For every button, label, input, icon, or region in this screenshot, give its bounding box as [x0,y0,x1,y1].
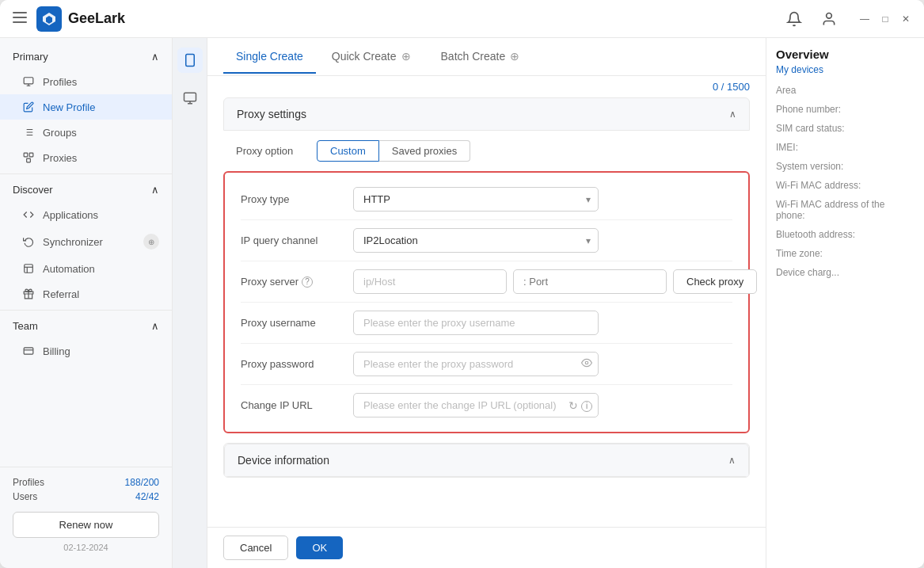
proxy-username-label: Proxy username [241,317,344,329]
maximize-button[interactable]: □ [880,13,891,25]
automation-icon [22,262,35,275]
synchronizer-label: Synchronizer [43,236,103,248]
sidebar-item-new-profile[interactable]: New Profile [0,94,172,120]
tab-single-create-label: Single Create [236,50,303,63]
proxy-tab-saved[interactable]: Saved proxies [379,140,470,162]
proxy-type-select[interactable]: HTTP HTTPS SOCKS5 [353,187,599,212]
sidebar-item-synchronizer[interactable]: Synchronizer ⊕ [0,227,172,256]
proxy-option-label: Proxy option [236,145,307,157]
sidebar-item-billing[interactable]: Billing [0,338,172,364]
proxy-settings-toggle-icon: ∧ [729,109,736,120]
proxy-form-box: Proxy type HTTP HTTPS SOCKS5 ▾ [223,171,750,433]
sidebar: Primary ∧ Profiles [0,38,173,568]
proxy-host-input[interactable] [353,269,507,294]
cancel-button[interactable]: Cancel [223,536,288,560]
proxy-tab-custom[interactable]: Custom [317,140,379,162]
sidebar-toggle-icon[interactable] [13,12,27,26]
sidebar-item-groups[interactable]: Groups [0,120,172,145]
sidebar-divider-1 [0,173,172,174]
proxy-server-help-icon[interactable]: ? [302,276,313,288]
minimize-button[interactable]: — [859,13,870,25]
discover-section-label: Discover [13,184,53,196]
referral-label: Referral [43,288,79,300]
svg-rect-1 [13,17,27,18]
overview-panel: Overview My devices Area Phone number: S… [766,38,924,568]
close-button[interactable]: ✕ [900,13,911,25]
profile-counter: 0 / 1500 [207,76,766,97]
proxy-password-input[interactable] [353,352,599,376]
change-ip-row: Change IP URL ↻ i [225,385,748,425]
sidebar-item-referral[interactable]: Referral [0,281,172,307]
password-eye-icon[interactable] [581,357,592,371]
proxy-settings-section-header[interactable]: Proxy settings ∧ [223,97,750,131]
sidebar-item-proxies[interactable]: Proxies [0,145,172,170]
billing-icon [22,345,35,357]
overview-subtitle[interactable]: My devices [776,64,914,75]
main-layout: Primary ∧ Profiles [0,38,924,568]
ip-query-select[interactable]: IP2Location ipinfo.io ip-api.com [353,228,599,253]
proxy-type-row: Proxy type HTTP HTTPS SOCKS5 ▾ [225,179,748,219]
svg-rect-17 [24,348,33,354]
window-controls: — □ ✕ [859,13,911,25]
sidebar-item-applications[interactable]: Applications [0,202,172,227]
titlebar-actions [783,8,840,30]
overview-field-sim: SIM card status: [776,123,914,134]
users-stat-label: Users [13,491,37,502]
sidebar-item-profiles[interactable]: Profiles [0,69,172,94]
overview-field-imei: IMEI: [776,142,914,153]
proxy-settings-title: Proxy settings [237,108,306,120]
sync-badge: ⊕ [143,234,159,250]
check-proxy-button[interactable]: Check proxy [673,269,757,294]
tab-batch-create-label: Batch Create [441,50,506,63]
proxy-server-inputs: Check proxy [353,269,757,294]
proxy-server-row: Proxy server ? Check proxy [225,261,748,302]
tab-single-create[interactable]: Single Create [223,40,316,74]
overview-wifi-mac-phone-label: Wi-Fi MAC address of the phone: [776,199,914,221]
proxy-option-tabs: Custom Saved proxies [317,140,470,162]
overview-sim-label: SIM card status: [776,123,914,134]
proxy-username-input[interactable] [353,311,599,335]
icon-strip [173,38,207,568]
tab-batch-create[interactable]: Batch Create ⊕ [428,40,534,74]
sidebar-section-discover[interactable]: Discover ∧ [0,177,172,202]
groups-label: Groups [43,127,77,139]
proxy-server-label: Proxy server ? [241,276,344,288]
ok-button[interactable]: OK [296,536,343,559]
ip-query-select-wrapper: IP2Location ipinfo.io ip-api.com ▾ [353,228,599,253]
applications-icon [22,208,35,221]
device-info-header[interactable]: Device information ∧ [224,444,749,477]
strip-monitor-icon[interactable] [177,86,203,111]
strip-phone-icon[interactable] [177,48,203,73]
sidebar-item-automation[interactable]: Automation [0,256,172,281]
change-ip-url-input[interactable] [353,393,599,417]
proxy-port-input[interactable] [513,269,667,294]
users-stat-value: 42/42 [135,491,159,502]
device-info-title: Device information [238,454,329,467]
overview-device-charge: Device charg... [776,267,914,278]
primary-section-chevron: ∧ [151,51,159,63]
renew-button[interactable]: Renew now [13,512,159,538]
proxies-icon [22,151,35,164]
batch-create-badge: ⊕ [508,50,521,63]
notification-bell-icon[interactable] [783,8,805,30]
sidebar-section-primary[interactable]: Primary ∧ [0,44,172,69]
tab-quick-create[interactable]: Quick Create ⊕ [319,40,425,74]
svg-rect-15 [27,158,31,162]
content-area: Single Create Quick Create ⊕ Batch Creat… [207,38,766,568]
refresh-url-icon[interactable]: ↻ [568,399,578,412]
change-ip-url-wrapper: ↻ i [353,393,599,417]
user-avatar-icon[interactable] [818,8,840,30]
sidebar-footer: Profiles 188/200 Users 42/42 Renew now 0… [0,467,172,562]
overview-field-area: Area [776,85,914,96]
proxy-type-label: Proxy type [241,193,344,205]
svg-rect-16 [25,265,33,273]
sidebar-stats-profiles: Profiles 188/200 [13,477,159,488]
app-window: GeeLark — □ ✕ [0,0,924,568]
url-actions: ↻ i [568,398,592,412]
info-url-icon[interactable]: i [581,398,592,412]
sidebar-section-team[interactable]: Team ∧ [0,314,172,338]
overview-field-timezone: Time zone: [776,248,914,259]
overview-field-wifi-mac-phone: Wi-Fi MAC address of the phone: [776,199,914,221]
sidebar-date: 02-12-2024 [13,543,159,552]
logo-icon-box [36,6,62,32]
